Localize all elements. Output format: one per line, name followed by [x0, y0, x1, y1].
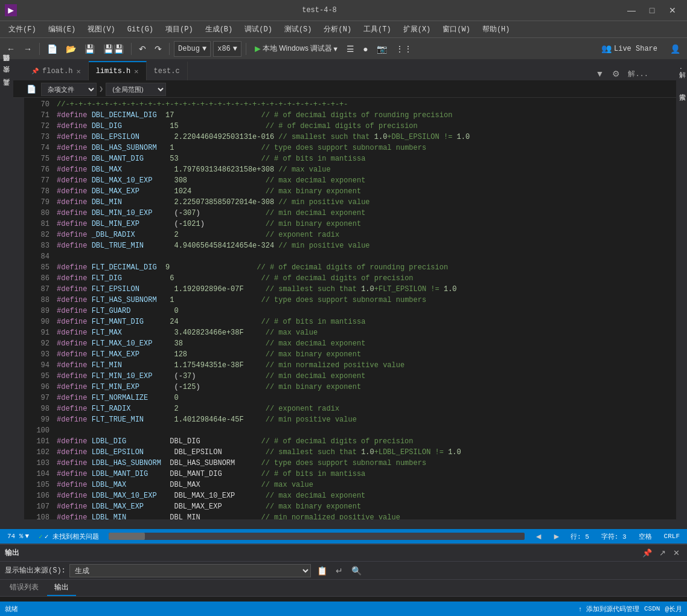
tab-actions: ▼ ⚙ 解...	[593, 67, 651, 80]
col-info: 字符: 3	[599, 532, 629, 541]
platform-dropdown[interactable]: x86 ▼	[213, 41, 241, 57]
debug-mode-dropdown[interactable]: Debug ▼	[174, 41, 211, 57]
window-controls: — □ ✕	[622, 2, 682, 19]
csdn-label: CSDN	[644, 605, 660, 612]
run-button[interactable]: ► 本地 Windows 调试器 ▼	[251, 42, 341, 56]
output-find-btn[interactable]: 🔍	[349, 565, 364, 577]
close-button[interactable]: ✕	[663, 2, 682, 19]
separator-4	[246, 43, 246, 55]
menu-project[interactable]: 项目(P)	[159, 22, 199, 37]
tab-label-test-c: test.c	[154, 67, 180, 75]
menu-extensions[interactable]: 扩展(X)	[397, 22, 437, 37]
tab-error-list[interactable]: 错误列表	[2, 580, 46, 596]
menu-git[interactable]: Git(G)	[121, 23, 159, 36]
toolbar-extra-btn[interactable]: ☰	[344, 42, 357, 56]
user-icon-btn[interactable]: 👤	[667, 42, 683, 56]
back-button[interactable]: ←	[4, 42, 18, 56]
breadcrumb-bar: 📄 杂项文件 ❯ (全局范围)	[0, 81, 687, 98]
tab-label-limits-h: limits.h	[96, 67, 131, 75]
horizontal-scrollbar[interactable]	[109, 533, 525, 540]
chevron-down-icon: ▼	[202, 45, 206, 53]
tab-list-button[interactable]: ▼	[593, 67, 607, 80]
sidebar-item-solution[interactable]: 解...	[676, 62, 688, 83]
scroll-right-btn[interactable]: ►	[550, 531, 563, 541]
menu-file[interactable]: 文件(F)	[2, 22, 42, 37]
right-sidebar: 解... 搜索	[676, 59, 687, 528]
run-dropdown-icon: ▼	[332, 45, 339, 53]
scope-selector-right[interactable]: (全局范围)	[106, 83, 166, 96]
menu-help[interactable]: 帮助(H)	[476, 22, 516, 37]
add-to-source-control[interactable]: ↑ 添加到源代码管理	[578, 605, 639, 614]
scroll-left-btn[interactable]: ◄	[532, 531, 545, 541]
menu-build[interactable]: 生成(B)	[199, 22, 239, 37]
live-share-button[interactable]: 👥 Live Share	[596, 42, 662, 55]
tab-float-h[interactable]: 📌 float.h ✕	[24, 61, 89, 80]
left-sidebar: 源代码管理器 搜索 工具箱	[0, 59, 13, 528]
app-icon: ▶	[5, 4, 17, 16]
menu-analyze[interactable]: 分析(N)	[318, 22, 357, 37]
tab-label-float-h: float.h	[42, 67, 72, 75]
line-ending: CRLF	[662, 532, 682, 541]
bottom-status-bar: 就绪 ↑ 添加到源代码管理 CSDN @长月	[0, 602, 687, 616]
output-close-btn[interactable]: ✕	[671, 547, 682, 559]
line-numbers: 7071727374757677787980818283848586878889…	[24, 98, 54, 519]
toolbar: ← → 📄 📂 💾 💾💾 ↶ ↷ Debug ▼ x86 ▼ ► 本地 Wind…	[0, 37, 687, 59]
menu-view[interactable]: 视图(V)	[81, 22, 121, 37]
output-clear-btn[interactable]: 📋	[315, 565, 330, 577]
menu-edit[interactable]: 编辑(E)	[42, 22, 82, 37]
undo-button[interactable]: ↶	[136, 42, 149, 56]
output-title: 输出	[5, 548, 19, 558]
sidebar-item-search-right[interactable]: 搜索	[676, 83, 688, 93]
output-controls: 📌 ↗ ✕	[640, 547, 682, 559]
breakpoint-btn[interactable]: ●	[360, 42, 371, 56]
sidebar-item-search[interactable]: 搜索	[1, 74, 13, 83]
open-button[interactable]: 📂	[63, 42, 79, 56]
output-undock-btn[interactable]: ↗	[657, 547, 668, 559]
status-right: 行: 5 字符: 3 空格 CRLF	[568, 532, 682, 541]
spaces-info: 空格	[636, 532, 654, 541]
separator-3	[169, 43, 170, 55]
layout-btn[interactable]: ⋮⋮	[392, 42, 415, 56]
zoom-level[interactable]: 74 % ▼	[5, 533, 31, 540]
tab-close-float-h[interactable]: ✕	[76, 67, 80, 76]
output-wrap-btn[interactable]: ↵	[333, 565, 345, 577]
menu-window[interactable]: 窗口(W)	[436, 22, 476, 37]
no-problems[interactable]: ✓ ✓ 未找到相关问题	[36, 532, 101, 541]
tab-limits-h[interactable]: limits.h ✕	[89, 61, 147, 80]
scope-selector-left[interactable]: 杂项文件	[41, 83, 97, 96]
output-pin-btn[interactable]: 📌	[640, 547, 654, 559]
tab-bar: 📌 float.h ✕ limits.h ✕ test.c ▼ ⚙ 解...	[0, 59, 687, 81]
tab-test-c[interactable]: test.c	[147, 61, 188, 80]
tab-output[interactable]: 输出	[47, 580, 76, 596]
forward-button[interactable]: →	[21, 42, 35, 56]
sidebar-item-explorer[interactable]: 源代码管理器	[1, 62, 13, 71]
tab-close-limits-h[interactable]: ✕	[134, 67, 138, 76]
redo-button[interactable]: ↷	[152, 42, 165, 56]
save-all-button[interactable]: 💾💾	[100, 42, 127, 56]
menu-bar: 文件(F) 编辑(E) 视图(V) Git(G) 项目(P) 生成(B) 调试(…	[0, 21, 687, 37]
output-source-bar: 显示输出来源(S): 生成 📋 ↵ 🔍	[0, 562, 687, 580]
check-icon: ✓	[39, 533, 43, 541]
menu-test[interactable]: 测试(S)	[278, 22, 318, 37]
maximize-button[interactable]: □	[642, 2, 662, 19]
menu-debug[interactable]: 调试(D)	[238, 22, 278, 37]
status-ready: 就绪	[5, 605, 18, 614]
menu-tools[interactable]: 工具(T)	[357, 22, 397, 37]
chevron-down-icon: ▼	[25, 533, 29, 540]
settings-button[interactable]: ⚙	[609, 67, 623, 80]
window-title: test-4-8	[21, 6, 618, 14]
solution-label: 解...	[625, 69, 651, 79]
pin-icon: 📌	[31, 68, 39, 75]
new-file-button[interactable]: 📄	[44, 42, 60, 56]
save-button[interactable]: 💾	[81, 42, 98, 56]
output-source-select[interactable]: 生成	[69, 564, 311, 577]
camera-btn[interactable]: 📷	[374, 42, 390, 56]
minimize-button[interactable]: —	[622, 2, 641, 19]
sidebar-item-toolbox[interactable]: 工具箱	[1, 86, 13, 95]
scrollbar-thumb	[109, 533, 145, 540]
separator-1	[39, 43, 40, 55]
separator-2	[131, 43, 132, 55]
editor-area[interactable]: 7071727374757677787980818283848586878889…	[24, 98, 676, 519]
status-bar: 74 % ▼ ✓ ✓ 未找到相关问题 ◄ ► 行: 5 字符: 3 空格 CRL…	[0, 529, 687, 544]
code-content[interactable]: //-+-+-+-+-+-+-+-+-+-+-+-+-+-+-+-+-+-+-+…	[54, 98, 676, 519]
